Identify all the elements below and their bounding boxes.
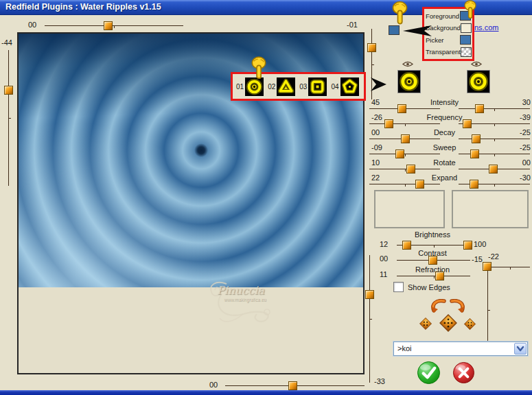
pattern-pentagon-button[interactable] xyxy=(340,77,359,96)
slider-track[interactable] xyxy=(369,184,440,184)
eye-icon[interactable] xyxy=(402,60,413,68)
bottom-slider-right-value: -33 xyxy=(374,377,385,385)
left-slider-handle[interactable] xyxy=(4,86,13,95)
slider-left-value: -09 xyxy=(371,143,382,152)
pattern-triangle-button[interactable] xyxy=(277,77,295,96)
slider-handle[interactable] xyxy=(470,180,478,189)
random-dice-icon[interactable] xyxy=(417,315,434,332)
foreground-color-swatch[interactable] xyxy=(389,25,400,35)
aux-preview-box xyxy=(374,190,445,228)
foreground-label: Foreground xyxy=(426,12,459,20)
triangle-icon xyxy=(277,77,295,96)
contrast-left-value: 00 xyxy=(380,254,388,263)
slider-track[interactable] xyxy=(459,108,530,109)
refraction-left-value: 11 xyxy=(380,270,387,278)
chevron-down-icon xyxy=(515,344,526,354)
redo-arrow-icon[interactable] xyxy=(448,299,466,313)
background-swatch[interactable] xyxy=(461,23,472,33)
right-top-slider-handle[interactable] xyxy=(367,43,376,52)
slider-handle[interactable] xyxy=(384,119,393,128)
eye-icon[interactable] xyxy=(471,60,482,68)
corner-slider-value: -22 xyxy=(488,252,499,261)
show-edges-checkbox[interactable] xyxy=(393,282,404,292)
top-slider-right-value: -01 xyxy=(347,21,358,29)
slider-left-value: -26 xyxy=(371,113,382,121)
corner-slider-htrack[interactable] xyxy=(490,267,530,267)
channel-pattern-thumb[interactable] xyxy=(467,70,490,93)
top-slider-track[interactable] xyxy=(45,25,183,26)
pentagon-icon xyxy=(340,77,359,96)
brightness-label: Brightness xyxy=(391,230,474,239)
slider-track[interactable] xyxy=(459,139,530,139)
slider-track[interactable] xyxy=(459,154,530,154)
slider-left-value: 22 xyxy=(371,173,380,182)
left-slider-track[interactable] xyxy=(8,50,9,186)
picker-swatch[interactable] xyxy=(460,35,471,45)
arrow-right-icon xyxy=(371,77,386,92)
ok-button[interactable] xyxy=(417,361,441,385)
pattern-02-label: 02 xyxy=(268,83,275,91)
watermark-url: www.makingrafica.eu xyxy=(224,297,266,302)
hand-cursor-icon xyxy=(391,0,408,26)
window-title: Redfield Plugins : Water Ripples v1.15 xyxy=(5,2,161,12)
website-link[interactable]: ns.com xyxy=(474,23,498,32)
pattern-square-button[interactable] xyxy=(308,77,327,96)
color-row-background: Background xyxy=(426,23,471,34)
slider-handle[interactable] xyxy=(395,149,404,158)
aux-preview-box xyxy=(452,190,529,228)
slider-handle[interactable] xyxy=(472,134,481,143)
slider-track[interactable] xyxy=(369,154,440,154)
color-row-transparent: Transparent xyxy=(426,47,471,58)
top-slider-value: 00 xyxy=(28,21,36,29)
slider-track[interactable] xyxy=(369,123,440,124)
right-bottom-slider-handle[interactable] xyxy=(365,290,374,299)
rings-icon xyxy=(245,77,264,96)
transparent-swatch[interactable] xyxy=(461,47,472,57)
slider-right-value: -39 xyxy=(474,113,531,121)
channel-pattern-thumb[interactable] xyxy=(397,70,421,93)
brightness-right-value: 100 xyxy=(474,240,486,248)
bottom-slider-value: 00 xyxy=(209,381,218,389)
slider-right-value: 00 xyxy=(474,158,531,167)
contrast-handle[interactable] xyxy=(428,256,437,265)
left-slider-value: -44 xyxy=(1,38,12,47)
slider-track[interactable] xyxy=(369,169,440,169)
slider-handle[interactable] xyxy=(463,119,472,128)
slider-handle[interactable] xyxy=(470,149,479,158)
pattern-01-label: 01 xyxy=(236,83,244,91)
square-icon xyxy=(308,77,327,96)
random-dice-icon[interactable] xyxy=(437,312,459,334)
hand-cursor-icon xyxy=(463,0,478,19)
refraction-track[interactable] xyxy=(397,276,470,276)
preset-dropdown[interactable]: >koi xyxy=(393,342,528,356)
brightness-left-value: 12 xyxy=(380,240,388,248)
pattern-04-label: 04 xyxy=(331,83,338,91)
slider-left-value: 00 xyxy=(371,128,380,136)
preset-value: >koi xyxy=(397,344,412,352)
pattern-rings-button[interactable] xyxy=(245,77,264,96)
refraction-handle[interactable] xyxy=(435,272,444,280)
slider-handle[interactable] xyxy=(401,134,410,143)
show-edges-label: Show Edges xyxy=(408,283,450,291)
slider-handle[interactable] xyxy=(406,165,415,173)
window-bottom-edge xyxy=(0,390,532,395)
slider-handle[interactable] xyxy=(475,104,484,113)
slider-left-value: 45 xyxy=(371,98,380,106)
refraction-label: Refraction xyxy=(391,265,474,274)
slider-handle[interactable] xyxy=(397,104,406,113)
dropdown-button[interactable] xyxy=(514,343,527,355)
cancel-button[interactable] xyxy=(452,361,475,384)
right-bottom-slider-track[interactable] xyxy=(369,255,370,383)
pattern-03-label: 03 xyxy=(299,83,307,91)
slider-handle[interactable] xyxy=(489,165,498,173)
hand-cursor-icon xyxy=(250,56,268,80)
transparent-label: Transparent xyxy=(426,48,461,56)
random-dice-icon[interactable] xyxy=(462,316,478,332)
corner-slider-handle[interactable] xyxy=(483,262,491,271)
slider-handle[interactable] xyxy=(415,180,424,189)
bottom-slider-handle[interactable] xyxy=(288,381,297,390)
top-slider-handle[interactable] xyxy=(104,21,113,30)
slider-right-value: -25 xyxy=(474,128,531,136)
arrow-left-icon xyxy=(403,25,432,37)
undo-arrow-icon[interactable] xyxy=(430,299,448,313)
